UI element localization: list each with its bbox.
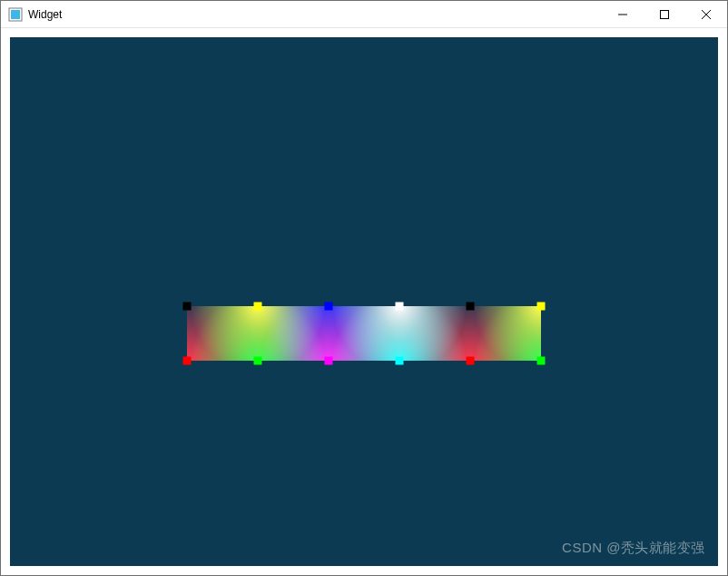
vertex-handle-r1-c2[interactable]: [325, 357, 333, 365]
watermark-text: CSDN @秃头就能变强: [562, 540, 705, 557]
vertex-handle-r0-c4[interactable]: [467, 303, 475, 311]
vertex-handle-r1-c4[interactable]: [467, 357, 475, 365]
minimize-button[interactable]: [602, 1, 644, 28]
vertex-handle-r1-c0[interactable]: [183, 357, 192, 365]
vertex-handle-r1-c3[interactable]: [396, 357, 404, 365]
mesh-cell-3: [399, 306, 470, 361]
vertex-handle-r0-c3[interactable]: [396, 303, 404, 311]
titlebar: Widget: [1, 1, 727, 28]
vertex-handle-r0-c0[interactable]: [183, 303, 192, 311]
svg-rect-1: [11, 10, 20, 19]
vertex-handle-r0-c1[interactable]: [254, 303, 262, 311]
vertex-handle-r1-c5[interactable]: [537, 357, 546, 365]
mesh-cell-1: [258, 306, 329, 361]
mesh-cell-2: [329, 306, 399, 361]
vertex-handle-r0-c5[interactable]: [537, 303, 546, 311]
vertex-handle-r0-c2[interactable]: [325, 303, 333, 311]
maximize-button[interactable]: [644, 1, 685, 28]
app-icon: [8, 7, 23, 22]
opengl-viewport[interactable]: CSDN @秃头就能变强: [10, 37, 718, 566]
close-button[interactable]: [685, 1, 727, 28]
app-window: Widget CSDN @秃头就能变强: [0, 0, 728, 576]
svg-rect-3: [661, 10, 669, 18]
vertex-handle-r1-c1[interactable]: [254, 357, 262, 365]
mesh-cell-0: [187, 306, 258, 361]
mesh-cell-4: [470, 306, 541, 361]
client-area: CSDN @秃头就能变强: [1, 28, 727, 575]
window-title: Widget: [28, 8, 62, 21]
color-mesh: [187, 306, 541, 361]
